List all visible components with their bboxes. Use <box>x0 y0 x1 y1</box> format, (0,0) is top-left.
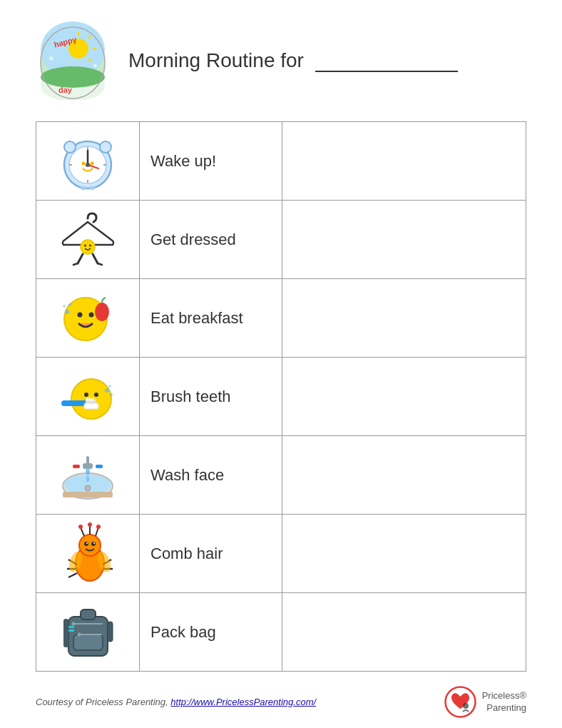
svg-point-42 <box>63 305 66 308</box>
footer-link[interactable]: http://www.PricelessParenting.com/ <box>170 697 316 707</box>
svg-point-89 <box>77 632 81 636</box>
svg-point-67 <box>79 535 101 556</box>
svg-point-27 <box>82 161 86 165</box>
pack-bag-icon <box>58 599 118 663</box>
icon-cell-get-dressed <box>36 201 140 279</box>
svg-point-16 <box>64 141 76 153</box>
svg-rect-59 <box>86 456 89 465</box>
check-cell-pack-bag <box>282 593 526 672</box>
routine-table: Wake up! <box>36 121 526 672</box>
footer: Courtesy of Priceless Parenting, http://… <box>36 682 526 718</box>
svg-point-73 <box>96 525 101 529</box>
svg-point-39 <box>95 303 109 321</box>
brand-name: Priceless® <box>482 690 526 702</box>
svg-rect-49 <box>88 398 90 401</box>
label-cell-brush-teeth: Brush teeth <box>140 358 282 436</box>
svg-point-41 <box>68 303 71 306</box>
svg-point-55 <box>108 385 111 388</box>
svg-line-32 <box>78 254 83 263</box>
footer-text: Courtesy of Priceless Parenting, http://… <box>36 697 316 707</box>
svg-text:day: day <box>58 86 73 94</box>
brand-sub: Parenting <box>482 702 526 714</box>
page-title: Morning Routine for <box>128 49 458 72</box>
svg-point-74 <box>84 542 88 546</box>
row-label: Wash face <box>150 466 224 484</box>
svg-rect-92 <box>63 619 68 647</box>
svg-point-31 <box>89 245 91 247</box>
label-cell-comb-hair: Comb hair <box>140 515 282 593</box>
courtesy-label: Courtesy of Priceless Parenting, <box>36 697 168 707</box>
title-underline <box>315 69 458 72</box>
icon-cell-wake-up <box>36 122 140 201</box>
svg-point-71 <box>78 525 83 529</box>
table-row: Comb hair <box>36 515 526 593</box>
svg-text:❄: ❄ <box>48 55 54 62</box>
row-label: Wake up! <box>150 152 216 170</box>
header: ❄ ❄ happy day Morning Routine for <box>36 21 526 107</box>
check-cell-wake-up <box>282 122 526 201</box>
icon-cell-eat-breakfast <box>36 279 140 358</box>
svg-text:❄: ❄ <box>93 63 98 69</box>
breakfast-icon <box>56 285 120 349</box>
svg-point-20 <box>86 163 90 167</box>
icon-cell-wash-face <box>36 436 140 515</box>
happy-day-logo: ❄ ❄ happy day <box>36 21 111 100</box>
table-row: Wash face <box>36 436 526 515</box>
svg-point-61 <box>86 476 89 482</box>
svg-point-72 <box>88 522 92 527</box>
logo-area: ❄ ❄ happy day <box>36 21 114 100</box>
label-cell-wake-up: Wake up! <box>140 122 282 201</box>
row-label: Get dressed <box>150 231 236 248</box>
check-cell-get-dressed <box>282 201 526 279</box>
priceless-parenting-logo <box>444 686 476 718</box>
svg-point-30 <box>84 245 86 247</box>
table-row: Brush teeth <box>36 358 526 436</box>
svg-point-37 <box>78 312 83 317</box>
icon-cell-pack-bag <box>36 593 140 672</box>
table-row: Wake up! <box>36 122 526 201</box>
table-row: Eat breakfast <box>36 279 526 358</box>
wash-face-icon <box>56 442 120 506</box>
svg-rect-94 <box>68 626 74 628</box>
svg-point-17 <box>100 141 111 153</box>
icon-cell-brush-teeth <box>36 358 140 436</box>
clock-icon <box>56 129 120 193</box>
svg-point-75 <box>91 542 96 546</box>
svg-point-62 <box>85 485 91 491</box>
row-label: Brush teeth <box>150 388 231 405</box>
title-label: Morning Routine for <box>128 49 304 71</box>
svg-rect-22 <box>89 186 95 190</box>
svg-point-38 <box>89 312 94 317</box>
svg-point-44 <box>84 393 88 397</box>
svg-rect-86 <box>81 610 96 620</box>
svg-point-54 <box>110 393 113 396</box>
svg-rect-48 <box>86 398 88 401</box>
svg-point-91 <box>71 622 75 625</box>
label-cell-wash-face: Wash face <box>140 436 282 515</box>
svg-point-77 <box>93 542 95 544</box>
svg-rect-50 <box>91 398 92 401</box>
check-cell-brush-teeth <box>282 358 526 436</box>
hanger-icon <box>58 208 118 268</box>
footer-brand: Priceless® Parenting <box>444 686 526 718</box>
svg-point-8 <box>41 66 105 88</box>
svg-point-45 <box>94 393 98 397</box>
svg-rect-52 <box>84 403 98 409</box>
svg-point-28 <box>91 161 94 165</box>
svg-line-35 <box>98 263 102 265</box>
check-cell-comb-hair <box>282 515 526 593</box>
svg-point-40 <box>65 310 69 314</box>
footer-brand-text: Priceless® Parenting <box>482 690 526 714</box>
row-label: Pack bag <box>150 623 216 641</box>
svg-line-33 <box>93 254 98 263</box>
page: ❄ ❄ happy day Morning Routine for <box>0 0 562 728</box>
table-row: Pack bag <box>36 593 526 672</box>
label-cell-get-dressed: Get dressed <box>140 201 282 279</box>
row-label: Eat breakfast <box>150 309 243 327</box>
title-area: Morning Routine for <box>128 49 526 72</box>
svg-line-34 <box>73 263 78 265</box>
svg-rect-93 <box>108 622 113 642</box>
svg-rect-64 <box>73 465 80 468</box>
label-cell-pack-bag: Pack bag <box>140 593 282 672</box>
svg-rect-95 <box>68 630 74 632</box>
